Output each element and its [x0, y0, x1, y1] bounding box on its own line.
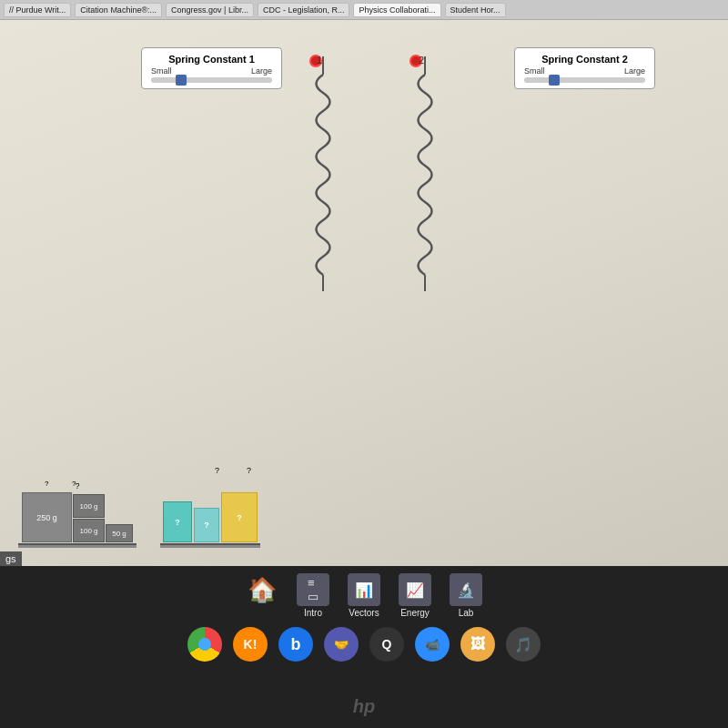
tab-purdue[interactable]: // Purdue Writ... [4, 3, 71, 17]
taskbar: 🏠 ≡▭ Intro 📊 Vectors 📈 Energy 🔬 Lab K! [0, 566, 728, 728]
colored-blocks: ? ? ? [163, 492, 258, 542]
nav-intro[interactable]: ≡▭ Intro [297, 573, 329, 618]
nav-vectors[interactable]: 📊 Vectors [348, 573, 380, 618]
energy-label: Energy [400, 608, 430, 618]
zoom-icon[interactable]: 📹 [415, 627, 450, 662]
nav-lab[interactable]: 🔬 Lab [450, 573, 482, 618]
tab-citation[interactable]: Citation Machine®:... [75, 3, 162, 17]
intro-icon: ≡▭ [297, 573, 329, 606]
nav-tabs: 🏠 ≡▭ Intro 📊 Vectors 📈 Energy 🔬 Lab [0, 566, 728, 618]
weight-floor-1 [18, 543, 136, 548]
photos-icon[interactable]: 🖼 [460, 627, 495, 662]
lab-icon: 🔬 [450, 573, 482, 606]
block-yellow: ? [221, 492, 258, 542]
weights-area: ? ? ? 250 g 100 g 100 g [18, 479, 260, 548]
vectors-label: Vectors [349, 608, 379, 618]
weight-block-50: 50 g [106, 524, 133, 542]
tab-student[interactable]: Student Hor... [445, 3, 506, 17]
spring-2-number: 2 [419, 55, 424, 66]
block-blue: ? [194, 508, 219, 542]
spring-1-number: 1 [317, 55, 322, 66]
energy-icon: 📈 [399, 573, 431, 606]
teams-icon[interactable]: 🤝 [324, 627, 359, 662]
color-q2: ? [247, 466, 251, 475]
spring-2-coil [419, 56, 432, 291]
tab-cdc[interactable]: CDC - Legislation, R... [258, 3, 350, 17]
gs-label: gs [0, 551, 22, 566]
block-teal: ? [163, 501, 192, 542]
spring-1-coil [317, 56, 330, 291]
weight-q3: ? [72, 480, 76, 488]
media-icon[interactable]: 🎵 [506, 627, 541, 662]
weight-block-250: 250 g [22, 492, 72, 542]
vectors-icon: 📊 [348, 573, 380, 606]
chrome-icon[interactable] [187, 627, 222, 662]
simulation-area: Spring Constant 1 Small Large Spring Con… [0, 20, 728, 566]
browser-tabs: // Purdue Writ... Citation Machine®:... … [0, 0, 728, 20]
nav-home[interactable]: 🏠 [246, 573, 278, 618]
lab-label: Lab [459, 608, 474, 618]
springs-svg: 1 2 [0, 47, 728, 293]
app-dock: K! b 🤝 Q 📹 🖼 🎵 [0, 627, 728, 662]
home-icon: 🏠 [246, 573, 278, 606]
color-q1: ? [215, 466, 219, 475]
b-icon[interactable]: b [278, 627, 313, 662]
hp-logo: hp [353, 696, 375, 717]
weight-stack-100: 100 g 100 g [73, 494, 105, 542]
nav-energy[interactable]: 📈 Energy [399, 573, 431, 618]
q-icon[interactable]: Q [369, 627, 404, 662]
tab-physics[interactable]: Physics Collaborati... [353, 3, 440, 17]
intro-label: Intro [304, 608, 322, 618]
kahoot-icon[interactable]: K! [233, 627, 268, 662]
weight-floor-2 [160, 543, 260, 548]
weight-q2: ? [45, 480, 48, 488]
tab-congress[interactable]: Congress.gov | Libr... [166, 3, 254, 17]
